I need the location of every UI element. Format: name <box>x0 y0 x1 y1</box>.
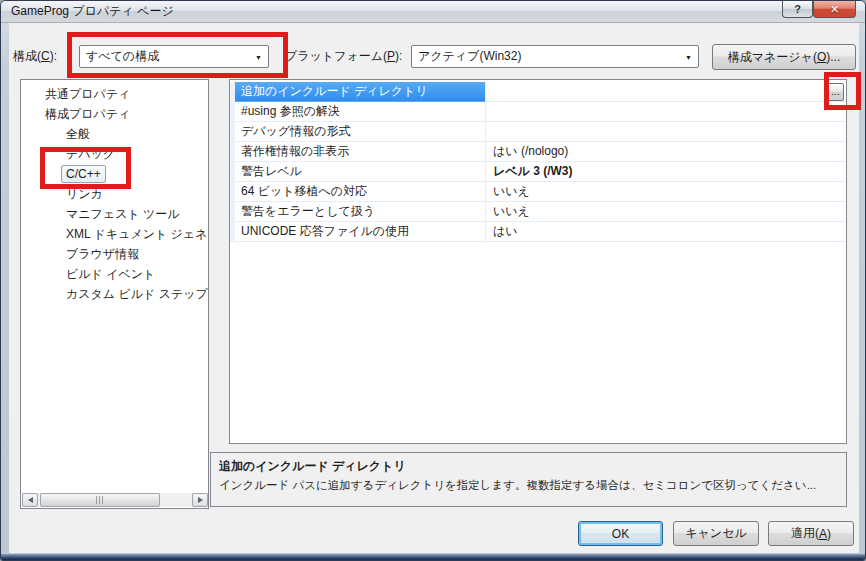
description-title: 追加のインクルード ディレクトリ <box>219 458 838 475</box>
tree-item[interactable]: マニフェスト ツール <box>21 204 208 224</box>
scroll-left-icon <box>28 497 33 503</box>
property-name: 64 ビット移植への対応 <box>235 182 485 202</box>
property-value: はい (/nologo) <box>485 142 846 162</box>
tree-item[interactable]: 構成プロパティ <box>21 104 208 124</box>
property-value <box>485 102 846 122</box>
cancel-button[interactable]: キャンセル <box>673 521 759 546</box>
property-value <box>485 122 846 142</box>
tree-item-label: ビルド イベント <box>66 267 155 281</box>
category-tree-panel: 共通プロパティ構成プロパティ全般デバッグC/C++リンカマニフェスト ツールXM… <box>20 79 209 509</box>
property-name: 警告レベル <box>235 162 485 182</box>
help-button[interactable]: ? <box>782 1 813 18</box>
property-row[interactable]: 警告をエラーとして扱ういいえ <box>230 202 846 222</box>
property-row[interactable]: 著作権情報の非表示はい (/nologo) <box>230 142 846 162</box>
help-icon: ? <box>794 3 801 15</box>
close-button[interactable]: ✕ <box>813 1 856 18</box>
property-name: 追加のインクルード ディレクトリ <box>235 82 485 102</box>
ok-button[interactable]: OK <box>578 521 663 546</box>
tree-item[interactable]: カスタム ビルド ステップ <box>21 284 208 304</box>
property-row[interactable]: 追加のインクルード ディレクトリ... <box>230 82 846 102</box>
tree-item[interactable]: 共通プロパティ <box>21 84 208 104</box>
tree-item-label: XML ドキュメント ジェネ <box>66 227 207 241</box>
tree-item-label: 全般 <box>66 127 90 141</box>
tree-item-label: リンカ <box>66 187 103 201</box>
dropdown-arrow-icon: ▼ <box>685 54 692 61</box>
property-value: いいえ <box>485 202 846 222</box>
property-name: #using 参照の解決 <box>235 102 485 122</box>
property-name: 著作権情報の非表示 <box>235 142 485 162</box>
annotation-cpp-box <box>40 147 131 189</box>
apply-button[interactable]: 適用(A) <box>768 521 854 546</box>
property-name: デバッグ情報の形式 <box>235 122 485 142</box>
scroll-track[interactable] <box>38 493 192 507</box>
tree-item[interactable]: 全般 <box>21 124 208 144</box>
description-body: インクルード パスに追加するディレクトリを指定します。複数指定する場合は、セミコ… <box>219 478 838 493</box>
platform-combobox-value: アクティブ(Win32) <box>418 48 521 65</box>
tree-item-label: マニフェスト ツール <box>66 207 180 221</box>
tree-item[interactable]: XML ドキュメント ジェネ <box>21 224 208 244</box>
property-value: はい <box>485 222 846 242</box>
platform-combobox[interactable]: アクティブ(Win32) ▼ <box>411 45 699 68</box>
tree-hscrollbar[interactable] <box>22 493 208 507</box>
property-row[interactable]: 64 ビット移植への対応いいえ <box>230 182 846 202</box>
description-panel: 追加のインクルード ディレクトリ インクルード パスに追加するディレクトリを指定… <box>210 452 847 507</box>
property-name: 警告をエラーとして扱う <box>235 202 485 222</box>
property-row[interactable]: 警告レベルレベル 3 (/W3) <box>230 162 846 182</box>
scroll-grip-icon <box>96 496 105 504</box>
tree: 共通プロパティ構成プロパティ全般デバッグC/C++リンカマニフェスト ツールXM… <box>21 80 208 304</box>
property-value: レベル 3 (/W3) <box>485 162 846 182</box>
annotation-configuration-box <box>67 32 288 78</box>
platform-label: プラットフォーム(P): <box>285 48 402 64</box>
annotation-ellipsis-box <box>824 72 861 110</box>
tree-item-label: カスタム ビルド ステップ <box>66 287 208 301</box>
tree-item-label: 共通プロパティ <box>45 87 130 101</box>
scroll-thumb[interactable] <box>40 493 160 507</box>
close-icon: ✕ <box>830 3 839 16</box>
property-value-text: レベル 3 (/W3) <box>493 163 573 180</box>
tree-item-label: ブラウザ情報 <box>66 247 139 261</box>
configuration-label: 構成(C): <box>13 48 57 64</box>
property-value: ... <box>485 82 846 102</box>
property-name: UNICODE 応答ファイルの使用 <box>235 222 485 242</box>
property-row[interactable]: UNICODE 応答ファイルの使用はい <box>230 222 846 242</box>
property-value-text: はい (/nologo) <box>493 143 568 160</box>
configuration-manager-button[interactable]: 構成マネージャ(O)... <box>712 44 856 70</box>
scroll-right-button[interactable] <box>192 493 208 507</box>
property-row[interactable]: デバッグ情報の形式 <box>230 122 846 142</box>
window-frame-bottom <box>1 554 865 560</box>
property-value-text: いいえ <box>493 183 530 200</box>
titlebar[interactable]: GameProg プロパティ ページ <box>1 1 865 23</box>
property-value-text: はい <box>493 223 518 240</box>
property-grid: 追加のインクルード ディレクトリ...#using 参照の解決デバッグ情報の形式… <box>229 79 847 444</box>
window-title: GameProg プロパティ ページ <box>11 1 174 22</box>
property-grid-rows: 追加のインクルード ディレクトリ...#using 参照の解決デバッグ情報の形式… <box>230 82 846 242</box>
scroll-left-button[interactable] <box>22 493 38 507</box>
tree-item[interactable]: ビルド イベント <box>21 264 208 284</box>
screenshot: GameProg プロパティ ページ ? ✕ 構成(C): すべての構成 ▼ プ… <box>0 0 866 561</box>
property-row[interactable]: #using 参照の解決 <box>230 102 846 122</box>
property-value-text: いいえ <box>493 203 530 220</box>
scroll-right-icon <box>198 497 203 503</box>
tree-item[interactable]: ブラウザ情報 <box>21 244 208 264</box>
property-value: いいえ <box>485 182 846 202</box>
tree-item-label: 構成プロパティ <box>45 107 130 121</box>
property-pages-dialog: GameProg プロパティ ページ ? ✕ 構成(C): すべての構成 ▼ プ… <box>0 0 866 561</box>
